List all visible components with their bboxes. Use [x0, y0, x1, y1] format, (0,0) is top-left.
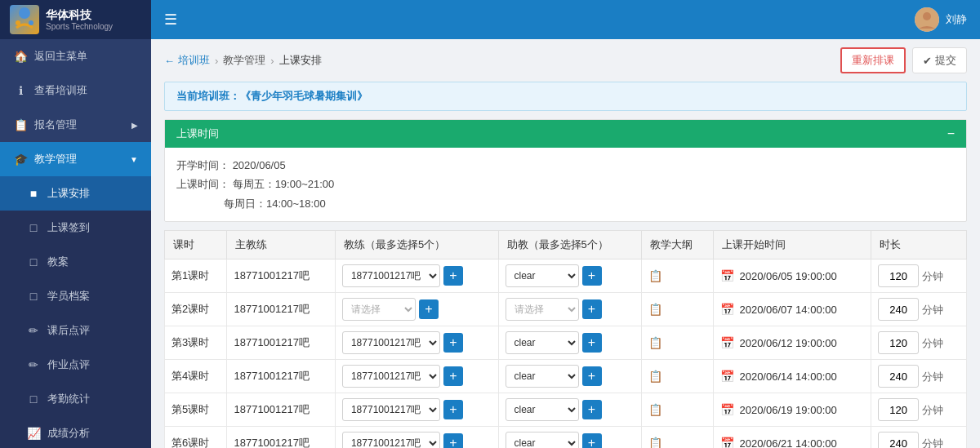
teacher-select-3[interactable]: 18771001217吧	[342, 365, 440, 388]
calendar-icon-3[interactable]: 📅	[720, 370, 734, 383]
assistant-add-btn-2[interactable]: +	[582, 333, 602, 353]
class-time-row: 上课时间： 每周五：19:00~21:00	[176, 175, 955, 193]
teacher-add-btn-4[interactable]: +	[443, 400, 463, 419]
calendar-icon-5[interactable]: 📅	[720, 437, 734, 448]
assistant-add-btn-1[interactable]: +	[582, 299, 602, 319]
collapse-icon[interactable]: −	[947, 126, 955, 141]
cell-date-4: 📅 2020/06/19 19:00:00	[714, 393, 871, 427]
cell-duration-5: 分钟	[871, 427, 967, 448]
table-row: 第2课时 18771001217吧 请选择 + 请选择 + 📋 📅	[165, 293, 967, 326]
date-value-3: 2020/06/14 14:00:00	[739, 370, 836, 383]
back-button[interactable]: ← 培训班	[164, 53, 210, 68]
teacher-add-btn-5[interactable]: +	[443, 433, 463, 448]
date-value-4: 2020/06/19 19:00:00	[739, 404, 836, 416]
sidebar-item-attendance-stats[interactable]: □ 考勤统计	[0, 382, 151, 416]
assistant-select-4[interactable]: clear	[506, 398, 579, 421]
sidebar-item-score-analysis[interactable]: 📈 成绩分析	[0, 416, 151, 448]
sidebar-item-homework[interactable]: ✏ 作业点评	[0, 348, 151, 382]
breadcrumb: ← 培训班 › 教学管理 › 上课安排	[164, 53, 322, 68]
teaching-icon: 🎓	[13, 153, 28, 166]
syllabus-icon-2[interactable]: 📋	[648, 336, 662, 349]
table-header-row: 课时 主教练 教练（最多选择5个） 助教（最多选择5个） 教学大纲 上课开始时间…	[165, 231, 967, 259]
cell-duration-1: 分钟	[871, 293, 967, 326]
svg-point-0	[19, 7, 30, 19]
calendar-icon-4[interactable]: 📅	[720, 403, 734, 416]
sidebar-label-attendance: 上课签到	[47, 220, 90, 235]
cell-coach-2: 18771001217吧	[227, 326, 335, 360]
avatar	[915, 7, 939, 32]
cell-duration-2: 分钟	[871, 326, 967, 360]
sidebar-label-class-schedule: 上课安排	[47, 186, 90, 201]
assistant-add-btn-0[interactable]: +	[582, 266, 602, 286]
sidebar-item-attendance[interactable]: □ 上课签到	[0, 211, 151, 245]
table-row: 第4课时 18771001217吧 18771001217吧 + clear +…	[165, 360, 967, 393]
sidebar-item-lesson-plan[interactable]: □ 教案	[0, 245, 151, 279]
cell-teacher-1: 请选择 +	[335, 293, 498, 326]
duration-input-1[interactable]	[878, 298, 919, 321]
sidebar: 华体科技 Sports Technology 🏠 返回主菜单 ℹ 查看培训班 📋…	[0, 0, 151, 448]
table-row: 第1课时 18771001217吧 18771001217吧 + clear +…	[165, 259, 967, 293]
cell-assistant-5: clear +	[498, 427, 642, 448]
duration-input-3[interactable]	[878, 365, 919, 388]
sidebar-item-view-training[interactable]: ℹ 查看培训班	[0, 73, 151, 108]
teacher-select-0[interactable]: 18771001217吧	[342, 264, 440, 287]
assistant-add-btn-4[interactable]: +	[582, 400, 602, 419]
section-header: 上课时间 −	[165, 120, 966, 148]
date-value-1: 2020/06/07 14:00:00	[739, 304, 836, 316]
teacher-add-btn-1[interactable]: +	[419, 299, 439, 319]
duration-input-0[interactable]	[878, 264, 919, 287]
calendar-icon-1[interactable]: 📅	[720, 303, 734, 316]
calendar-icon-2[interactable]: 📅	[720, 336, 734, 349]
start-time-row: 开学时间： 2020/06/05	[176, 156, 955, 175]
sidebar-item-class-schedule[interactable]: ■ 上课安排	[0, 176, 151, 211]
syllabus-icon-1[interactable]: 📋	[648, 303, 662, 316]
teacher-add-btn-0[interactable]: +	[443, 266, 463, 286]
cell-teacher-4: 18771001217吧 +	[335, 393, 498, 427]
th-syllabus: 教学大纲	[642, 231, 714, 259]
assistant-select-5[interactable]: clear	[506, 432, 579, 448]
cell-lesson-1: 第2课时	[165, 293, 227, 326]
sidebar-item-student-profile[interactable]: □ 学员档案	[0, 279, 151, 313]
syllabus-icon-3[interactable]: 📋	[648, 370, 662, 383]
assistant-add-btn-5[interactable]: +	[582, 433, 602, 448]
teacher-add-btn-3[interactable]: +	[443, 366, 463, 386]
start-value: 2020/06/05	[233, 159, 286, 171]
duration-input-2[interactable]	[878, 331, 919, 354]
minute-unit-1: 分钟	[922, 304, 943, 316]
cell-syllabus-3: 📋	[642, 360, 714, 393]
cell-teacher-3: 18771001217吧 +	[335, 360, 498, 393]
assistant-add-btn-3[interactable]: +	[582, 366, 602, 386]
syllabus-icon-5[interactable]: 📋	[648, 437, 662, 448]
duration-input-4[interactable]	[878, 398, 919, 421]
assistant-select-0[interactable]: clear	[506, 264, 579, 287]
teacher-select-2[interactable]: 18771001217吧	[342, 331, 440, 354]
analysis-icon: 📈	[26, 427, 41, 440]
cell-syllabus-0: 📋	[642, 259, 714, 293]
sidebar-label-home: 返回主菜单	[34, 49, 87, 64]
teacher-select-5[interactable]: 18771001217吧	[342, 432, 440, 448]
teacher-add-btn-2[interactable]: +	[443, 333, 463, 353]
sidebar-item-home[interactable]: 🏠 返回主菜单	[0, 39, 151, 73]
sidebar-item-registration[interactable]: 📋 报名管理 ▶	[0, 108, 151, 142]
assistant-select-2[interactable]: clear	[506, 331, 579, 354]
teacher-select-1[interactable]: 请选择	[342, 298, 416, 321]
teacher-select-4[interactable]: 18771001217吧	[342, 398, 440, 421]
training-info: 当前培训班：《青少年羽毛球暑期集训》	[164, 82, 967, 111]
minute-unit-0: 分钟	[922, 270, 943, 282]
syllabus-icon-4[interactable]: 📋	[648, 403, 662, 416]
duration-input-5[interactable]	[878, 432, 919, 448]
calendar-icon-0[interactable]: 📅	[720, 269, 734, 282]
class-time-row-2: 每周日：14:00~18:00	[176, 194, 955, 213]
submit-button[interactable]: ✔ 提交	[912, 47, 967, 73]
breadcrumb-sep2: ›	[270, 55, 274, 67]
assistant-select-1[interactable]: 请选择	[506, 298, 579, 321]
reschedule-button[interactable]: 重新排课	[840, 47, 906, 73]
menu-toggle-icon[interactable]: ☰	[164, 11, 177, 29]
breadcrumb-item-2: 上课安排	[279, 53, 322, 68]
syllabus-icon-0[interactable]: 📋	[648, 269, 662, 282]
cell-syllabus-5: 📋	[642, 427, 714, 448]
logo-icon	[10, 5, 39, 34]
sidebar-item-review[interactable]: ✏ 课后点评	[0, 313, 151, 348]
sidebar-item-teaching[interactable]: 🎓 教学管理 ▼	[0, 142, 151, 176]
assistant-select-3[interactable]: clear	[506, 365, 579, 388]
